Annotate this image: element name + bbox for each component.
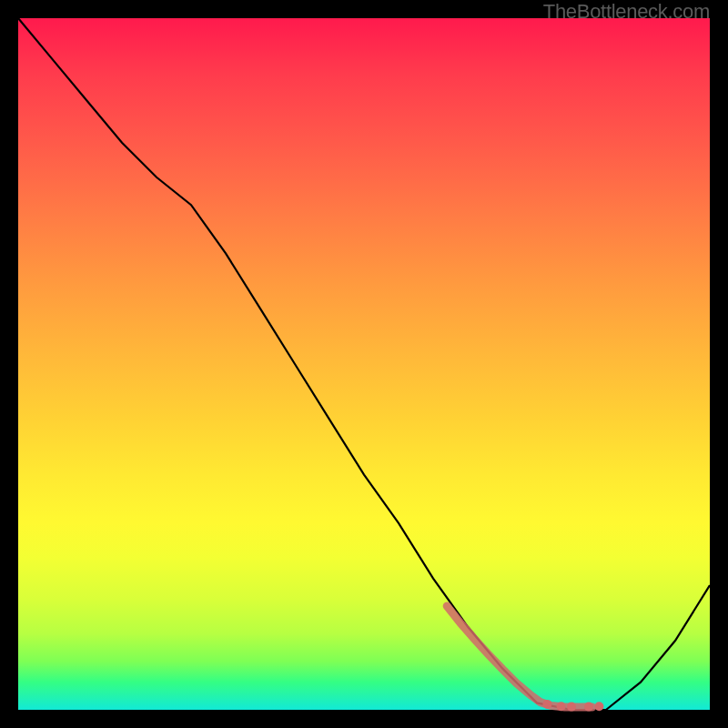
chart-svg	[18, 18, 710, 710]
watermark-text: TheBottleneck.com	[543, 0, 710, 24]
chart-plot-area	[18, 18, 710, 710]
svg-point-0	[542, 700, 551, 709]
svg-point-1	[557, 702, 566, 711]
svg-point-4	[594, 702, 603, 711]
highlight-dots	[447, 606, 603, 712]
svg-point-2	[567, 703, 576, 712]
curve-line	[18, 18, 710, 710]
svg-point-3	[584, 703, 593, 712]
